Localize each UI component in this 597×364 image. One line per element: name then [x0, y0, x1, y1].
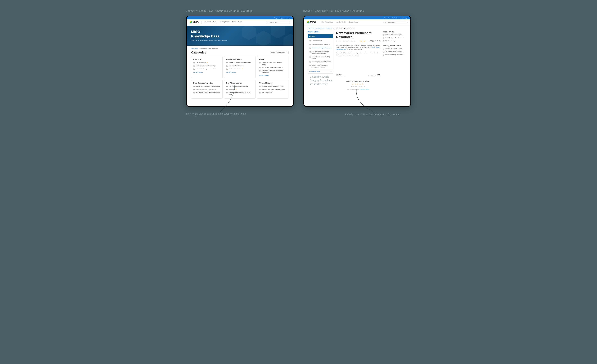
document-icon — [383, 34, 384, 36]
document-icon — [259, 85, 261, 87]
share-icon[interactable]: �では — [369, 40, 374, 42]
nav-learning-center[interactable]: Learning Center — [336, 21, 346, 24]
article-link[interactable]: Generating Unit Not Picked Up in Day Ahe… — [226, 92, 253, 95]
document-icon — [226, 92, 228, 94]
article-link[interactable]: Credit Case Submission Restricted by Con… — [259, 70, 286, 73]
accordion-header[interactable]: ARR FTR — [308, 34, 333, 38]
accordion-next-section[interactable]: Commercial Model — [308, 70, 333, 73]
annotation-preview: Preview the articles contained in the ca… — [186, 112, 247, 116]
recent-heading: Recently viewed articles — [383, 45, 407, 46]
sort-select[interactable]: Highly Rated — [276, 51, 289, 54]
aside-article-link[interactable]: Virtuals in DA Ex Ante vs. Exam... — [383, 48, 407, 50]
article-link[interactable]: JOU Units in 2 Markets ★ — [226, 68, 253, 70]
category-title[interactable]: Credit — [259, 58, 286, 60]
category-title[interactable]: General Inquiry — [259, 82, 286, 84]
article-link[interactable]: Dead Node ★ — [226, 89, 253, 90]
category-title[interactable]: ARR FTR — [193, 58, 220, 60]
accordion-item[interactable]: Establishing Account Relationships — [308, 43, 333, 46]
see-all-link[interactable]: See all 2 articles — [259, 75, 286, 76]
submit-request-link[interactable]: Submit a request — [360, 88, 369, 90]
article-link[interactable]: Network & Commercial Model Schedule — [226, 62, 253, 64]
article-link[interactable]: New Market Participant Resources — [193, 68, 220, 70]
accordion-item[interactable]: Grandfathered Agreements (GFA) Expiring — [308, 55, 333, 60]
star-icon: ★ — [236, 89, 237, 90]
article-link[interactable]: MISO Credit Collateral Requirements — [259, 67, 286, 69]
search[interactable] — [266, 21, 290, 24]
aside-article-link[interactable]: New Market Participant Resource... — [383, 54, 407, 56]
category-grid: ARR FTRFTR Underfunding ★Establishing Ac… — [191, 56, 289, 99]
article-link[interactable]: Access MISO Market and Operations Data — [193, 85, 220, 87]
accordion: ARR FTR FTR UnderfundingEstablishing Acc… — [307, 34, 333, 74]
see-all-link[interactable]: See all 5 articles — [193, 71, 220, 73]
article-main: New Market Participant Resources 28 view… — [336, 31, 380, 104]
search[interactable] — [384, 21, 408, 24]
rate-stars[interactable]: ☆☆☆☆☆ — [336, 83, 380, 85]
star-icon: ★ — [242, 68, 243, 70]
nav-knowledge-base[interactable]: Knowledge Base — [204, 21, 216, 24]
article-link[interactable]: FTR Underfunding ★ — [193, 62, 220, 64]
aside-article-link[interactable]: Establishing Account Relationsh... — [383, 51, 407, 53]
article-link[interactable]: Establishing Account Relationships — [193, 65, 220, 67]
logo[interactable]: MISO — [190, 21, 199, 24]
nav-learning-center[interactable]: Learning Center — [219, 21, 229, 24]
document-icon — [193, 89, 195, 90]
search-input[interactable] — [387, 22, 406, 23]
article-link[interactable]: Access to Model Manager — [226, 65, 253, 67]
sort-label: Sort By: — [270, 52, 275, 53]
article-link[interactable]: Market Report Missing from Website — [193, 89, 220, 90]
accordion-item[interactable]: Are FTRs Impacted By the New MISO Season… — [308, 50, 333, 55]
category-title[interactable]: Data Request/Reporting — [193, 82, 220, 84]
accordion-item[interactable]: FTR Underfunding — [308, 39, 333, 43]
bc-current: Knowledge Base Categories — [200, 48, 218, 49]
aside-article-link[interactable]: FTR Underfunding — [383, 40, 407, 42]
category-title[interactable]: Day Ahead Market — [226, 82, 253, 84]
bc-categories[interactable]: Knowledge Base Categories — [315, 27, 332, 29]
caption-right: Modern Typography for Help Center Articl… — [303, 10, 411, 12]
breadcrumb: Help Center › Knowledge Base Categories — [191, 48, 289, 49]
aside-article-link[interactable]: MISO Credit Collateral Require... — [383, 34, 407, 36]
nav-support-cases[interactable]: Support Cases — [349, 21, 359, 24]
document-icon — [309, 51, 311, 53]
category-title[interactable]: Commercial Model — [226, 58, 253, 60]
divider — [402, 17, 403, 19]
twitter-icon[interactable]: 𝕏 — [375, 40, 376, 42]
categories-heading: Categories — [191, 51, 206, 54]
document-icon — [309, 61, 311, 63]
article-link[interactable]: Difference Between CEII and a UNDA — [259, 85, 286, 87]
document-icon — [193, 92, 195, 94]
see-all-link[interactable]: See all 4 articles — [226, 71, 253, 73]
document-icon — [259, 67, 261, 69]
request-access-link[interactable]: Request Help Center Access — [274, 17, 291, 19]
logo[interactable]: MISO — [307, 21, 316, 24]
linkedin-icon[interactable]: in — [377, 40, 378, 42]
prev-article[interactable]: Previous FTR Underfunding — [336, 74, 346, 77]
nav-knowledge-base[interactable]: Knowledge Base — [322, 21, 333, 24]
caption-left: Category cards with Knowledge Article li… — [186, 10, 294, 12]
category-card: ARR FTRFTR Underfunding ★Establishing Ac… — [191, 56, 223, 78]
bc-help-center[interactable]: Help Center — [191, 48, 198, 49]
request-access-link[interactable]: Request Help Center Access — [384, 17, 400, 19]
accordion-item[interactable]: Financial Transmission Rights (FTRS) & S… — [308, 64, 333, 69]
accordion-item[interactable]: New Market Participant Resources — [308, 46, 333, 50]
topbar: Request Help Center Access Login — [304, 16, 410, 19]
print-icon[interactable]: ⎙ — [379, 40, 380, 42]
aside-article-link[interactable]: Market Settlement Disputes an... — [383, 37, 407, 39]
article-link[interactable]: MISO Market Report Automated Download — [193, 92, 220, 94]
article-link[interactable]: Non-Disclosure Agreement (NDA) Types — [259, 89, 286, 90]
article-published: Published on: 04/14/2024 — [343, 40, 356, 42]
search-input[interactable] — [270, 22, 288, 23]
accordion-item[interactable]: Calculating ARR Stage 2 Payments — [308, 60, 333, 64]
login-link[interactable]: Login — [405, 17, 408, 19]
annotation-accordion: Collapsible Article Category Accordion t… — [310, 75, 336, 86]
next-article[interactable]: Next Establishing Relation... — [368, 74, 380, 77]
bc-help-center[interactable]: Help Center — [307, 27, 314, 29]
document-icon — [193, 62, 195, 64]
nav-support-cases[interactable]: Support Cases — [232, 21, 242, 24]
article-link[interactable]: Help Center Guide — [259, 92, 286, 94]
device-right: Request Help Center Access Login MISO Kn… — [303, 15, 411, 107]
document-icon — [383, 37, 384, 39]
article-link[interactable]: Day Ahead Interchange Schedule — [226, 85, 253, 87]
article-link[interactable]: When is the Credit Exposure Report poste… — [259, 62, 286, 65]
logo-icon — [190, 21, 192, 23]
browse-title: Browse articles — [307, 31, 333, 33]
